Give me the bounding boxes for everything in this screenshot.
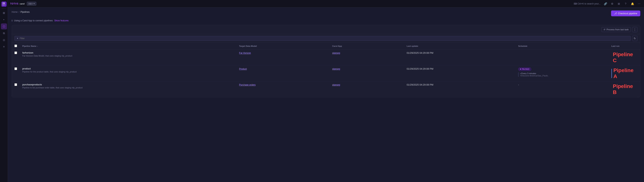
select-all-checkbox[interactable]: [14, 44, 17, 47]
schedule-freq: • Every 3 minutes: [520, 72, 606, 74]
col-app-label: Carol App: [332, 45, 342, 47]
col-header-name[interactable]: Pipeline Name ↓: [20, 43, 236, 50]
breadcrumb-sep: /: [19, 11, 19, 13]
table-row: product Pipeline for the product table, …: [12, 65, 640, 81]
bell-icon[interactable]: 🔔: [630, 1, 635, 6]
logo-carol: carol: [20, 2, 24, 5]
env-badge[interactable]: DEV ▾: [27, 2, 36, 5]
row-name-purchase: purchaseproducts Pipeline to list purcha…: [20, 81, 236, 97]
settings-icon[interactable]: ⚙: [610, 1, 615, 6]
grid-icon[interactable]: ⊞: [616, 1, 622, 6]
search-kbd: ⌨: [574, 2, 577, 5]
col-header-app[interactable]: Carol App: [330, 43, 404, 50]
logo-totvs: TOTVS: [10, 2, 18, 5]
lastrun-cell-product: Pipeline A: [612, 67, 638, 79]
checkout-btn-label: Checkout pipeline: [618, 12, 637, 15]
process-from-last-task-button[interactable]: ↺ Process from last task: [602, 27, 631, 32]
row-schedule-farhorizon: [516, 50, 609, 65]
row-checkbox-farhorizon[interactable]: [14, 51, 17, 54]
icon-rail: DE DEV ⊞ • ⬡ ⧉ ◎ ≡: [0, 0, 8, 182]
filter-input[interactable]: [20, 37, 629, 40]
checkout-pipeline-button[interactable]: ⎇ Checkout pipeline: [611, 10, 640, 16]
table-row: farhorizon Far Horizon Data Model, that …: [12, 50, 640, 65]
col-name-label: Pipeline Name ↓: [22, 45, 38, 47]
page-header: Home / Pipelines ⎇ Checkout pipeline: [12, 10, 640, 16]
avatar[interactable]: DE DEV: [1, 1, 6, 7]
row-update-product: 01/29/2025 04:29:08 PM: [404, 65, 516, 81]
pipeline-label-a: Pipeline A: [614, 67, 638, 79]
topbar-icons: 🔗 ⚙ ⊞ ? 🔔 ⋯: [603, 1, 642, 6]
row-app-farhorizon: pipeseg: [330, 50, 404, 65]
row-target-product: Product: [236, 65, 330, 81]
nav-icon-pipelines[interactable]: ⬡: [1, 23, 7, 29]
topbar: TOTVS carol DEV ▾ ⌨ Ctrl+K to search you…: [8, 0, 644, 7]
target-link-product[interactable]: Product: [239, 68, 247, 70]
filter-bar: ▼ ↻: [12, 34, 640, 43]
col-header-target[interactable]: Target Data Model: [236, 43, 330, 50]
env-label: DEV: [28, 2, 33, 5]
row-app-product: pipeseg: [330, 65, 404, 81]
nav-icon-list[interactable]: ≡: [1, 44, 7, 50]
process-icon: ↺: [604, 28, 606, 31]
row-check-product: [12, 65, 20, 81]
filter-icon: ▼: [16, 37, 18, 39]
env-dropdown-icon: ▾: [34, 2, 35, 5]
pipeline-desc-purchase: Pipeline to list purchase order table, t…: [22, 86, 234, 89]
row-checkbox-product[interactable]: [14, 67, 17, 70]
paused-badge: PAUSED: [518, 68, 531, 71]
more-options-button[interactable]: ⋮: [632, 27, 638, 32]
row-schedule-product: PAUSED • Every 3 minutes Timezone Americ…: [516, 65, 609, 81]
separator: [2, 8, 6, 8]
table-header-row: Pipeline Name ↓ Target Data Model Carol …: [12, 43, 640, 50]
app-link-purchase[interactable]: pipeseg: [332, 83, 340, 86]
app-link-product[interactable]: pipeseg: [332, 68, 340, 70]
pipeline-desc-farhorizon: Far Horizon Data Model, that uses stagin…: [22, 55, 234, 57]
pipeline-label-b: Pipeline B: [613, 83, 638, 95]
link-icon[interactable]: 🔗: [603, 1, 608, 6]
app-link-farhorizon[interactable]: pipeseg: [332, 52, 340, 54]
nav-icon-circle[interactable]: ◎: [1, 37, 7, 43]
row-check-farhorizon: [12, 50, 20, 65]
row-name-product: product Pipeline for the product table, …: [20, 65, 236, 81]
table-row: purchaseproducts Pipeline to list purcha…: [12, 81, 640, 97]
row-target-purchase: Purchase orders: [236, 81, 330, 97]
breadcrumb-home[interactable]: Home: [12, 11, 18, 13]
col-target-label: Target Data Model: [239, 45, 257, 47]
nav-icon-dot[interactable]: •: [1, 17, 7, 23]
main-wrapper: TOTVS carol DEV ▾ ⌨ Ctrl+K to search you…: [8, 0, 644, 182]
nav-icon-grid[interactable]: ⊞: [1, 10, 7, 16]
col-header-schedule[interactable]: Schedule: [516, 43, 609, 50]
pipeline-desc-product: Pipeline for the product table, that use…: [22, 71, 234, 73]
col-header-update[interactable]: Last update: [404, 43, 516, 50]
logo: TOTVS carol: [10, 2, 24, 5]
schedule-tz: Timezone America/Sao_Paulo;: [520, 74, 606, 77]
row-check-purchase: [12, 81, 20, 97]
lastrun-cell-purchase: Pipeline B: [612, 83, 638, 95]
table-toolbar: ↺ Process from last task ⋮: [12, 25, 640, 34]
pipeline-name-purchase: purchaseproducts: [22, 83, 234, 86]
process-btn-label: Process from last task: [606, 28, 629, 31]
pipeline-table: Pipeline Name ↓ Target Data Model Carol …: [12, 43, 640, 97]
search-hint[interactable]: ⌨ Ctrl+K to search your...: [574, 2, 600, 5]
row-target-farhorizon: Far Horizon: [236, 50, 330, 65]
row-update-farhorizon: 01/29/2025 04:29:08 PM: [404, 50, 516, 65]
row-update-purchase: 01/29/2025 04:29:08 PM: [404, 81, 516, 97]
row-name-farhorizon: farhorizon Far Horizon Data Model, that …: [20, 50, 236, 65]
more-icon: ⋮: [633, 28, 636, 31]
schedule-detail: • Every 3 minutes Timezone America/Sao_P…: [518, 72, 606, 77]
blue-bar: [612, 69, 612, 78]
col-lastrun-label: Last run: [612, 45, 620, 47]
nav-icon-layers[interactable]: ⧉: [1, 30, 7, 36]
paused-dot: [520, 68, 521, 70]
refresh-button[interactable]: ↻: [632, 36, 638, 41]
pipeline-name-product: product: [22, 67, 234, 70]
col-header-lastrun[interactable]: Last run: [609, 43, 640, 50]
target-link-farhorizon[interactable]: Far Horizon: [239, 52, 251, 54]
row-checkbox-purchase[interactable]: [14, 83, 17, 86]
info-banner: ℹ Using a Carol App to connect pipelines…: [12, 19, 640, 22]
search-hint-text: Ctrl+K to search your...: [578, 2, 600, 5]
info-link[interactable]: Show features: [54, 19, 68, 22]
help-icon[interactable]: ?: [623, 1, 628, 6]
apps-icon[interactable]: ⋯: [636, 1, 642, 6]
target-link-purchase[interactable]: Purchase orders: [239, 83, 256, 86]
